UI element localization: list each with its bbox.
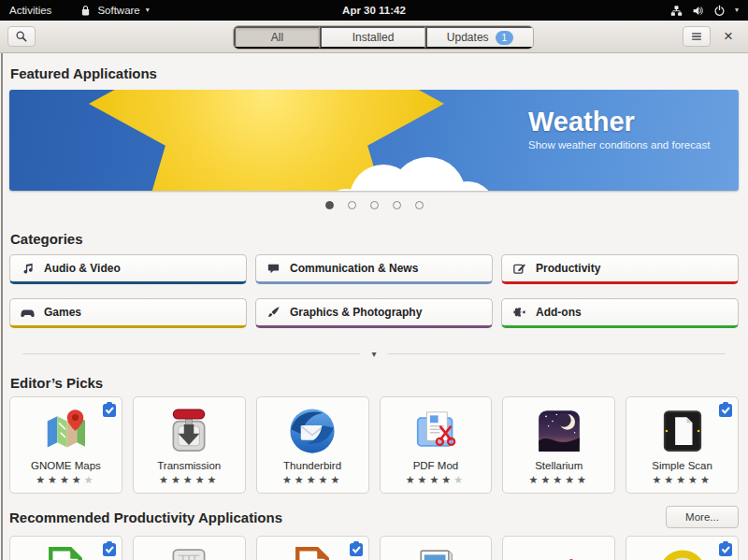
libreoffice-green-document-icon: [36, 544, 94, 560]
libreoffice-orange-document-icon: [283, 544, 341, 560]
carousel-dot-1[interactable]: [325, 201, 334, 209]
app-menu-button[interactable]: Software ▾: [79, 5, 149, 17]
category-label: Add-ons: [536, 306, 582, 319]
chevron-down-icon: ▾: [371, 349, 376, 359]
category-label: Communication & News: [290, 262, 418, 275]
thunderbird-icon: [283, 405, 341, 457]
installed-badge-icon: [103, 541, 116, 556]
tab-label: Installed: [352, 31, 395, 44]
clock[interactable]: Apr 30 11:42: [342, 5, 406, 16]
gray-grid-document-icon: [160, 544, 218, 560]
close-window-button[interactable]: ×: [718, 24, 739, 47]
headerbar: All Installed Updates 1 ×: [0, 21, 748, 53]
expand-categories-button[interactable]: ▾: [360, 349, 387, 360]
app-tile-recommended-5[interactable]: [502, 536, 615, 560]
network-icon: [670, 5, 683, 17]
star-rating: ★★★★★: [10, 474, 122, 486]
featured-banner-weather[interactable]: Weather Show weather conditions and fore…: [9, 90, 739, 191]
star-rating: ★★★★★: [381, 474, 492, 486]
more-button[interactable]: More...: [666, 506, 739, 528]
tab-updates[interactable]: Updates 1: [425, 26, 533, 49]
app-name: Simple Scan: [626, 460, 738, 472]
app-tile-recommended-2[interactable]: [133, 536, 246, 560]
app-name: GNOME Maps: [10, 460, 122, 472]
installed-badge-icon: [350, 541, 363, 556]
category-label: Productivity: [536, 262, 600, 275]
app-name: Thunderbird: [257, 460, 368, 472]
yellow-ring-icon: [654, 544, 712, 560]
banner-text: Weather Show weather conditions and fore…: [528, 107, 710, 151]
category-add-ons[interactable]: Add-ons: [501, 298, 739, 328]
activities-button[interactable]: Activities: [9, 5, 51, 16]
app-tile-thunderbird[interactable]: Thunderbird ★★★★★: [256, 396, 369, 494]
installed-badge-icon: [719, 402, 732, 417]
app-tile-pdf-mod[interactable]: PDF Mod ★★★★★: [380, 396, 493, 494]
carousel-dots: [9, 191, 739, 220]
editors-picks-heading: Editor’s Picks: [9, 360, 739, 396]
music-note-icon: [21, 262, 35, 276]
volume-icon: [692, 5, 704, 17]
app-tile-recommended-3[interactable]: [256, 536, 369, 560]
app-name: Stellarium: [503, 460, 614, 472]
app-tile-simple-scan[interactable]: Simple Scan ★★★★★: [626, 396, 739, 494]
status-area[interactable]: ▾: [670, 5, 748, 17]
carousel-dot-3[interactable]: [370, 201, 379, 209]
carousel-dot-4[interactable]: [393, 201, 401, 209]
star-rating: ★★★★★: [134, 474, 245, 486]
window-edge-scrollbar[interactable]: [1, 53, 3, 560]
puzzle-piece-icon: [512, 306, 526, 320]
power-icon: [713, 5, 726, 17]
category-productivity[interactable]: Productivity: [501, 254, 739, 284]
simple-scan-icon: [654, 405, 712, 457]
transmission-icon: [160, 405, 218, 457]
spreadsheet-icon: [407, 544, 465, 560]
chevron-down-icon: ▾: [735, 7, 739, 14]
app-name: PDF Mod: [381, 460, 492, 472]
category-communication-news[interactable]: Communication & News: [255, 254, 493, 284]
pdf-mod-icon: [407, 405, 465, 457]
installed-badge-icon: [719, 541, 732, 556]
app-tile-transmission[interactable]: Transmission ★★★★★: [133, 396, 246, 494]
tab-all[interactable]: All: [234, 26, 320, 49]
tab-installed[interactable]: Installed: [320, 26, 425, 49]
app-tile-recommended-1[interactable]: [9, 536, 122, 560]
gnome-maps-icon: [36, 405, 94, 457]
main-content: Featured Applications: [0, 53, 748, 560]
paintbrush-icon: [266, 306, 280, 320]
search-icon: [15, 30, 28, 43]
carousel-dot-5[interactable]: [415, 201, 424, 209]
app-tile-stellarium[interactable]: Stellarium ★★★★★: [502, 396, 615, 494]
app-tile-recommended-6[interactable]: [626, 536, 739, 560]
categories-expander: ▾: [9, 349, 739, 360]
colorful-arrows-icon: [530, 544, 588, 560]
banner-subtitle: Show weather conditions and forecast: [528, 139, 710, 151]
chat-bubble-icon: [266, 262, 280, 276]
app-tile-gnome-maps[interactable]: GNOME Maps ★★★★★: [9, 396, 122, 494]
app-name: Transmission: [134, 460, 245, 472]
category-games[interactable]: Games: [9, 298, 247, 328]
top-shell-bar: Activities Software ▾ Apr 30 11:42: [0, 0, 748, 21]
view-switcher: All Installed Updates 1: [233, 25, 534, 50]
featured-heading: Featured Applications: [9, 53, 739, 90]
hamburger-menu-button[interactable]: [683, 26, 711, 47]
chevron-down-icon: ▾: [146, 7, 150, 14]
app-menu-label: Software: [97, 5, 139, 16]
recommended-grid: [9, 536, 739, 560]
recommended-header: Recommended Productivity Applications Mo…: [9, 506, 739, 528]
search-button[interactable]: [7, 26, 36, 47]
tab-label: Updates: [447, 31, 489, 44]
gnome-software-window: Activities Software ▾ Apr 30 11:42: [0, 0, 748, 560]
category-graphics-photography[interactable]: Graphics & Photography: [255, 298, 493, 328]
installed-badge-icon: [103, 402, 116, 417]
edit-document-icon: [512, 262, 526, 276]
close-icon: ×: [724, 27, 733, 45]
categories-heading: Categories: [9, 220, 739, 254]
star-rating: ★★★★★: [626, 474, 738, 486]
gamepad-icon: [21, 306, 35, 320]
carousel-dot-2[interactable]: [348, 201, 356, 209]
app-tile-recommended-4[interactable]: [380, 536, 493, 560]
categories-grid: Audio & Video Communication & News: [9, 254, 739, 328]
category-audio-video[interactable]: Audio & Video: [9, 254, 247, 284]
star-rating: ★★★★★: [503, 474, 614, 486]
category-label: Audio & Video: [44, 262, 121, 275]
